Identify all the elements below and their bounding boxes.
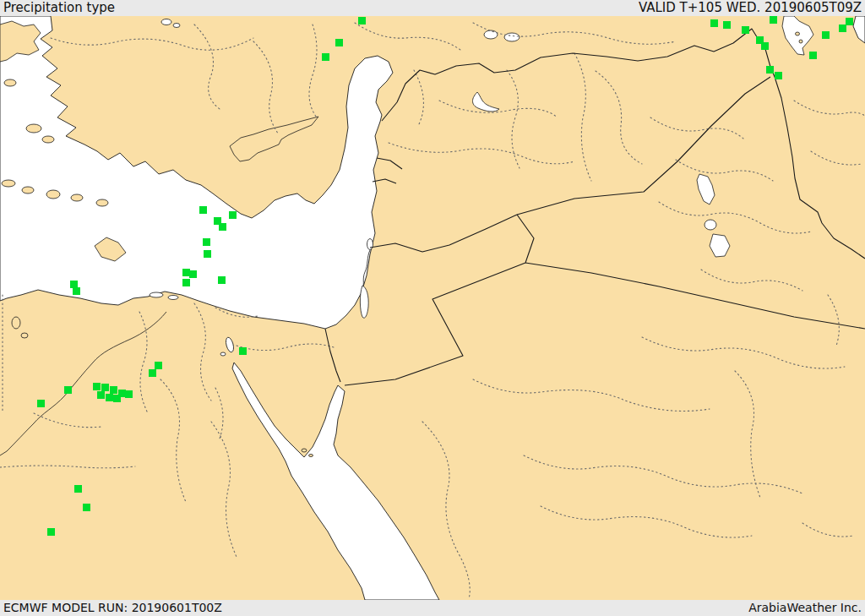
precip-cell — [47, 528, 55, 536]
lebanon-border — [377, 158, 402, 169]
turkey-lake — [504, 33, 520, 41]
israel-border — [373, 179, 396, 183]
syria-iraq-border — [517, 77, 770, 215]
ataturk-reservoir — [473, 92, 500, 112]
precip-cell — [239, 347, 247, 355]
precip-cell — [155, 362, 162, 369]
precip-cell — [101, 384, 109, 391]
brand-label: ArabiaWeather Inc. — [748, 600, 862, 616]
admin-borders — [0, 23, 865, 599]
precip-cell — [97, 391, 105, 399]
precip-cell — [93, 383, 101, 390]
lake-tharthar — [697, 174, 715, 204]
valid-time-label: VALID T+105 WED. 20190605T09Z — [639, 0, 862, 16]
precip-cell — [189, 270, 197, 278]
precip-cell — [74, 485, 82, 493]
precip-cell — [742, 26, 749, 34]
precip-cell — [723, 21, 731, 29]
iran-border — [775, 77, 865, 259]
precip-cell — [710, 19, 718, 27]
precip-cell — [358, 17, 366, 25]
header-bar: Precipitation type VALID T+105 WED. 2019… — [0, 0, 865, 16]
precip-cell — [125, 390, 133, 398]
precip-cell — [73, 287, 80, 295]
precip-cell — [199, 206, 207, 214]
dead-sea — [360, 286, 368, 318]
precip-cell — [218, 276, 226, 284]
cyprus-island — [230, 117, 318, 161]
precip-cell — [839, 25, 846, 32]
precip-cell — [64, 386, 72, 394]
iraq-saudi-border — [525, 263, 865, 329]
delta-lagoon — [150, 292, 163, 297]
precip-cell — [335, 39, 343, 46]
precip-cell — [809, 52, 817, 59]
lake-razzaza — [710, 234, 730, 257]
map-canvas — [0, 16, 865, 600]
turkey-syria-iraq-border — [382, 29, 775, 121]
precip-cell — [219, 223, 226, 231]
precip-cell — [775, 72, 782, 79]
precip-cell — [203, 238, 210, 246]
mediterranean-sea — [0, 16, 393, 329]
precip-cell — [761, 42, 769, 50]
model-run-label: ECMWF MODEL RUN: 20190601T00Z — [3, 600, 222, 616]
precip-cell — [149, 369, 156, 377]
precip-cell — [110, 386, 117, 394]
precip-cell — [83, 504, 90, 511]
precip-cell — [846, 18, 853, 25]
precip-cell — [322, 53, 329, 61]
precip-cell — [182, 279, 190, 286]
footer-bar: ECMWF MODEL RUN: 20190601T00Z ArabiaWeat… — [0, 600, 865, 616]
lake-habbaniyah — [705, 220, 716, 230]
precip-cell — [229, 211, 237, 219]
sea-of-galilee — [367, 239, 373, 250]
caspian-corner — [853, 16, 865, 43]
precip-cell — [766, 66, 774, 74]
weather-map — [0, 16, 865, 600]
turkey-lake — [484, 30, 498, 39]
bitter-lakes — [225, 336, 235, 352]
red-sea — [232, 363, 439, 600]
precip-cell — [204, 250, 211, 258]
precip-cell — [106, 394, 113, 401]
precip-cell — [822, 31, 830, 39]
precip-cell — [70, 281, 78, 288]
country-borders — [325, 29, 865, 385]
delta-lagoon — [168, 296, 178, 300]
precip-cell — [37, 400, 45, 407]
precip-cell — [113, 395, 121, 402]
page-title: Precipitation type — [3, 0, 115, 16]
jordan-syria-border — [370, 215, 517, 252]
egypt-israel-border — [325, 329, 340, 382]
precip-cell — [182, 269, 190, 276]
precip-cell — [770, 16, 777, 24]
